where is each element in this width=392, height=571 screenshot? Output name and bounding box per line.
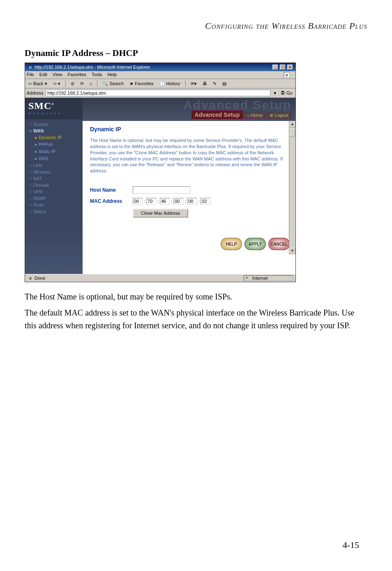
history-button[interactable]: 🕒 History [158, 81, 182, 87]
menu-file[interactable]: File [27, 72, 34, 77]
body-paragraph-2: The default MAC address is set to the WA… [25, 306, 367, 332]
window-title: http://192.168.2.1/setupa.stm - Microsof… [35, 65, 150, 70]
nav-dns[interactable]: ▸ DNS [25, 155, 83, 162]
status-bar: e Done Internet [25, 274, 295, 282]
banner-logout-link[interactable]: ⊗ Logout [266, 111, 292, 119]
mail-icon[interactable]: ✉▾ [189, 81, 198, 87]
clone-mac-button[interactable]: Clone Mac Address [133, 209, 188, 218]
nav-dynamic-ip[interactable]: ▸ Dynamic IP [25, 134, 83, 141]
side-nav: ○ System ○ WAN ▸ Dynamic IP ▸ PPPoE ▸ St… [25, 119, 83, 216]
nav-nat[interactable]: ○ NAT [25, 175, 83, 182]
mac-field-1[interactable] [133, 198, 143, 204]
body-paragraph-1: The Host Name is optional, but may be re… [25, 290, 367, 303]
menu-tools[interactable]: Tools [92, 72, 102, 77]
sidebar-decorative-image [25, 229, 83, 274]
help-button[interactable]: HELP [221, 238, 242, 250]
scroll-up-icon[interactable]: ▲ [289, 121, 295, 128]
host-name-label: Host Name [90, 187, 127, 193]
maximize-button[interactable]: □ [280, 65, 286, 70]
close-button[interactable]: × [287, 65, 293, 70]
host-name-input[interactable] [133, 186, 190, 194]
print-icon[interactable]: 🖶 [201, 81, 209, 86]
nav-wan[interactable]: ○ WAN [25, 128, 83, 134]
ie-icon: e [28, 64, 33, 70]
favorites-button[interactable]: ★ Favorites [128, 81, 155, 87]
nav-pppoe[interactable]: ▸ PPPoE [25, 141, 83, 148]
scroll-thumb[interactable] [290, 128, 295, 137]
menu-edit[interactable]: Edit [39, 72, 47, 77]
nav-vpn[interactable]: ○ VPN [25, 188, 83, 195]
nav-system[interactable]: ○ System [25, 121, 83, 128]
nav-static-ip[interactable]: ▸ Static IP [25, 148, 83, 155]
page-banner: Advanced Setup Advanced Setup⌂ Home⊗ Log… [83, 98, 295, 121]
discuss-icon[interactable]: ▤ [221, 81, 228, 87]
vertical-scrollbar[interactable]: ▲ ▼ [289, 121, 295, 254]
go-button[interactable]: ⮊ Go [279, 91, 294, 95]
nav-wireless[interactable]: ○ Wireless [25, 169, 83, 175]
search-button[interactable]: 🔍 Search [101, 81, 125, 87]
forward-button[interactable]: ⇨ ▾ [51, 81, 62, 87]
done-icon: e [28, 275, 33, 281]
section-title: Dynamic IP Address – DHCP [25, 48, 367, 58]
status-done-text: Done [35, 276, 45, 281]
brand-tagline: N e t w o r k s [28, 111, 79, 115]
menu-bar: File Edit View Favorites Tools Help e [25, 71, 295, 79]
mac-field-2[interactable] [146, 198, 156, 204]
address-input[interactable] [46, 90, 270, 96]
home-button[interactable]: ⌂ [88, 81, 94, 86]
banner-badge: Advanced Setup [191, 110, 244, 119]
mac-field-3[interactable] [160, 198, 170, 204]
nav-snmp[interactable]: ○ SNMP [25, 195, 83, 202]
embedded-screenshot: e http://192.168.2.1/setupa.stm - Micros… [25, 63, 296, 282]
panel-description: The Host Name is optional, but may be re… [90, 137, 288, 174]
brand-logo: SMC® [28, 100, 79, 111]
banner-home-link[interactable]: ⌂ Home [243, 111, 266, 119]
apply-button[interactable]: APPLY [244, 238, 266, 250]
mac-field-5[interactable] [187, 198, 197, 204]
ie-brand-icon: e [284, 72, 290, 78]
mac-address-label: MAC Address [90, 198, 127, 204]
menu-view[interactable]: View [53, 72, 62, 77]
address-label: Address [27, 91, 43, 95]
scroll-down-icon[interactable]: ▼ [289, 248, 295, 254]
security-zone: Internet [244, 275, 293, 281]
page-number: 4-15 [343, 540, 359, 550]
mac-field-6[interactable] [201, 198, 210, 204]
banner-watermark: Advanced Setup [183, 98, 291, 112]
nav-tools[interactable]: ○ Tools [25, 202, 83, 208]
nav-firewall[interactable]: ○ Firewall [25, 182, 83, 188]
menu-favorites[interactable]: Favorites [68, 72, 86, 77]
toolbar: ⇦ Back ▾ ⇨ ▾ ⊘ ⟳ ⌂ 🔍 Search ★ Favorites … [25, 79, 295, 88]
back-button[interactable]: ⇦ Back ▾ [27, 81, 49, 87]
menu-help[interactable]: Help [107, 72, 117, 77]
minimize-button[interactable]: _ [272, 65, 278, 70]
stop-button[interactable]: ⊘ [69, 81, 76, 87]
nav-lan[interactable]: ○ LAN [25, 162, 83, 169]
window-titlebar: e http://192.168.2.1/setupa.stm - Micros… [25, 63, 295, 71]
cancel-button[interactable]: CANCEL [268, 238, 290, 250]
page-running-header: Configuring the Wireless Barricade Plus [25, 21, 367, 31]
panel-heading: Dynamic IP [90, 126, 288, 132]
brand-block: SMC® N e t w o r k s [25, 98, 83, 119]
mac-field-4[interactable] [173, 198, 183, 204]
edit-icon[interactable]: ✎ [211, 81, 218, 87]
nav-status[interactable]: ○ Status [25, 208, 83, 215]
refresh-button[interactable]: ⟳ [78, 81, 85, 87]
address-bar: Address ▼ ⮊ Go [25, 88, 295, 98]
